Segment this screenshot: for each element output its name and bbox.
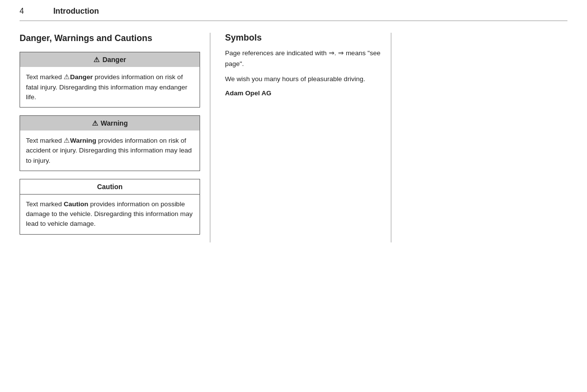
page-title: Introduction <box>53 7 99 16</box>
page-header: 4 Introduction <box>0 0 587 21</box>
danger-body: Text marked ⚠Danger provides information… <box>20 67 200 107</box>
danger-triangle-icon: ⚠ <box>93 56 100 64</box>
warning-body-keyword: Warning <box>70 137 96 144</box>
symbols-paragraph2: We wish you many hours of pleasurable dr… <box>225 74 381 85</box>
warning-block: ⚠ Warning Text marked ⚠Warning provides … <box>20 115 200 171</box>
symbols-paragraph1: Page references are indicated with ⇒. ⇒ … <box>225 48 381 69</box>
symbols-heading: Symbols <box>225 33 381 43</box>
danger-header-label: Danger <box>102 56 126 64</box>
danger-header: ⚠ Danger <box>20 52 200 67</box>
section-heading-dangers: Danger, Warnings and Cautions <box>20 33 200 44</box>
warning-body-triangle-icon: ⚠ <box>64 136 70 144</box>
danger-body-keyword: Danger <box>70 73 93 81</box>
warning-header: ⚠ Warning <box>20 116 200 131</box>
middle-column: Symbols Page references are indicated wi… <box>210 33 391 242</box>
symbols-brand: Adam Opel AG <box>225 89 381 97</box>
caution-body-keyword: Caution <box>64 200 88 208</box>
right-column <box>391 33 567 242</box>
caution-body-prefix: Text marked <box>26 200 64 208</box>
caution-body: Text marked Caution provides information… <box>20 195 200 234</box>
page-content: Danger, Warnings and Cautions ⚠ Danger T… <box>0 21 587 254</box>
danger-body-triangle-icon: ⚠ <box>64 73 70 81</box>
danger-block: ⚠ Danger Text marked ⚠Danger provides in… <box>20 52 200 108</box>
warning-header-label: Warning <box>101 119 128 127</box>
page-number: 4 <box>20 7 24 16</box>
danger-body-prefix: Text marked <box>26 73 64 81</box>
warning-triangle-icon: ⚠ <box>92 119 98 127</box>
caution-block: Caution Text marked Caution provides inf… <box>20 179 200 235</box>
warning-body: Text marked ⚠Warning provides informatio… <box>20 131 200 171</box>
caution-header-label: Caution <box>97 183 122 191</box>
left-column: Danger, Warnings and Cautions ⚠ Danger T… <box>20 33 210 242</box>
warning-body-prefix: Text marked <box>26 137 64 144</box>
caution-header: Caution <box>20 179 200 195</box>
